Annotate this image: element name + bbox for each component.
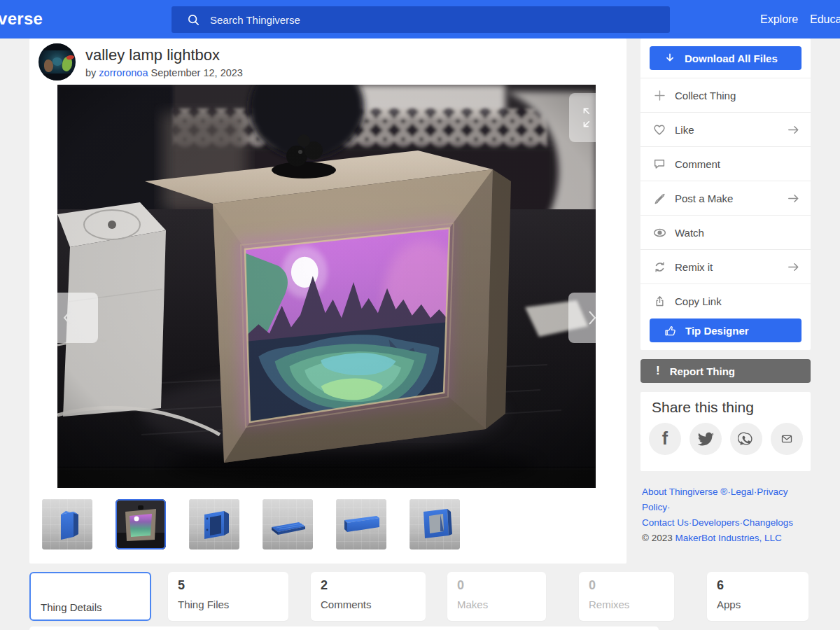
share-box-icon — [651, 295, 668, 308]
like-button[interactable]: Like — [640, 112, 811, 146]
magnifier-icon — [187, 13, 200, 27]
plus-icon — [651, 89, 668, 102]
thumbnail-1-blue-box[interactable] — [42, 499, 92, 550]
thing-title: valley lamp lightbox — [85, 46, 220, 64]
thing-details-panel-top — [29, 626, 659, 630]
share-icons: f — [649, 423, 803, 455]
footer-links: About Thingiverse ®·Legal·Privacy Policy… — [642, 484, 813, 545]
top-navbar: verse Explore Education — [0, 0, 840, 38]
pencil-icon — [651, 191, 668, 205]
action-panel: Download All Files Collect Thing Like — [640, 38, 811, 350]
tab-makes[interactable]: 0 Makes — [447, 572, 546, 621]
thing-byline: by zorroronoa September 12, 2023 — [85, 67, 243, 78]
nav-education[interactable]: Education — [810, 13, 840, 26]
copy-link-button[interactable]: Copy Link — [640, 284, 811, 318]
main-carousel-image[interactable] — [57, 85, 596, 488]
avatar-art — [38, 43, 76, 50]
arrow-right-icon — [786, 122, 801, 140]
publish-date: September 12, 2023 — [151, 67, 243, 78]
prev-image-button[interactable] — [36, 293, 98, 343]
report-thing-button[interactable]: ! Report Thing — [640, 359, 811, 383]
footer-line1[interactable]: About Thingiverse ®·Legal·Privacy Policy… — [642, 486, 788, 512]
facebook-icon[interactable]: f — [649, 423, 681, 455]
collect-thing-button[interactable]: Collect Thing — [640, 78, 811, 112]
nav-explore[interactable]: Explore — [760, 13, 798, 26]
exclamation-icon: ! — [656, 364, 660, 378]
thumbnail-5-strip[interactable] — [336, 499, 386, 550]
search-bar — [172, 6, 670, 33]
makerbot-link[interactable]: MakerBot Industries, LLC — [676, 533, 782, 543]
remix-it-button[interactable]: Remix it — [640, 249, 811, 284]
thumbs-up-icon — [664, 324, 677, 337]
share-panel: Share this thing f — [640, 392, 811, 471]
tab-thing-details[interactable]: Thing Details — [29, 572, 151, 621]
tab-comments[interactable]: 2 Comments — [311, 572, 426, 621]
thumbnail-2-photo[interactable] — [115, 499, 166, 550]
search-input[interactable] — [209, 13, 603, 27]
heart-icon — [651, 122, 668, 136]
thumbnail-4-plate[interactable] — [262, 499, 313, 550]
arrow-right-icon — [786, 191, 801, 209]
comment-bubble-icon — [651, 157, 668, 171]
email-icon[interactable] — [771, 423, 803, 455]
post-a-make-button[interactable]: Post a Make — [640, 181, 811, 215]
comment-button[interactable]: Comment — [640, 146, 811, 181]
footer-line2[interactable]: Contact Us·Developers·Changelogs — [642, 517, 793, 528]
action-list: Collect Thing Like Comment — [640, 78, 811, 318]
thing-card: valley lamp lightbox by zorroronoa Septe… — [29, 38, 626, 564]
expand-button[interactable] — [569, 93, 616, 142]
whatsapp-icon[interactable] — [730, 423, 762, 455]
next-image-button[interactable] — [568, 293, 616, 343]
chevron-left-icon — [59, 307, 76, 328]
tab-apps[interactable]: 6 Apps — [707, 572, 808, 621]
share-heading: Share this thing — [652, 399, 754, 416]
author-link[interactable]: zorroronoa — [99, 67, 148, 78]
watch-button[interactable]: Watch — [640, 215, 811, 249]
twitter-icon[interactable] — [690, 423, 722, 455]
tab-thing-files[interactable]: 5 Thing Files — [168, 572, 288, 621]
download-arrow-icon — [664, 52, 676, 64]
thumbnail-6-frame[interactable] — [410, 499, 460, 550]
thumbnail-3-enclosure[interactable] — [189, 499, 239, 550]
arrow-right-icon — [786, 260, 801, 277]
eye-icon — [651, 225, 668, 240]
avatar[interactable] — [38, 43, 76, 80]
tip-designer-button[interactable]: Tip Designer — [650, 318, 802, 342]
tab-remixes[interactable]: 0 Remixes — [579, 572, 674, 621]
chevron-right-icon — [584, 307, 601, 328]
download-all-files-button[interactable]: Download All Files — [650, 46, 802, 70]
lightbox-photo-art — [57, 85, 596, 488]
copyright: © 2023 — [642, 533, 673, 543]
expand-icon — [578, 103, 608, 132]
thingiverse-page: verse Explore Education valley lamp ligh… — [0, 0, 840, 630]
remix-arrows-icon — [651, 260, 668, 274]
thingiverse-logo[interactable]: verse — [0, 9, 43, 29]
